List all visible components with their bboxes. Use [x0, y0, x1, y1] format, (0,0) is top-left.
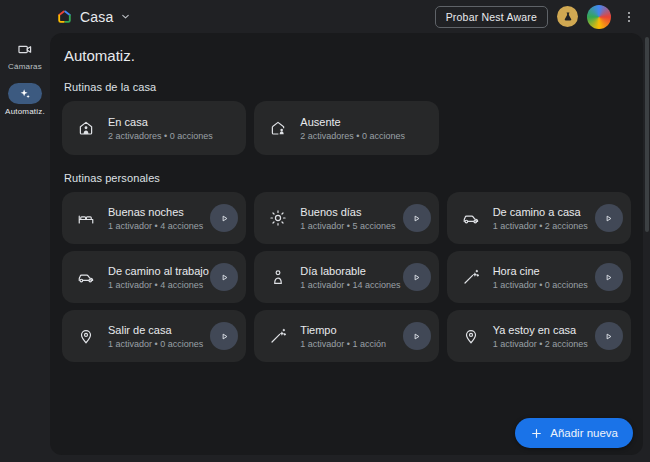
wand-icon: [268, 327, 288, 345]
page-title: Automatiz.: [64, 47, 631, 64]
person-icon: [268, 268, 288, 286]
play-routine-button[interactable]: [595, 204, 623, 232]
routine-subtitle: 1 activador • 4 acciones: [108, 280, 209, 290]
add-routine-label: Añadir nueva: [550, 427, 618, 439]
routine-subtitle: 2 activadores • 0 acciones: [108, 131, 213, 141]
nest-aware-button[interactable]: Probar Nest Aware: [435, 6, 548, 28]
routine-subtitle: 1 activador • 2 acciones: [493, 339, 588, 349]
vertical-scrollbar-thumb[interactable]: [645, 37, 649, 232]
routine-title: Hora cine: [493, 265, 588, 277]
sidebar-item-cameras[interactable]: Cámaras: [0, 39, 50, 71]
routine-title: Buenos días: [300, 206, 395, 218]
sidebar-item-label: Cámaras: [0, 62, 50, 71]
routine-subtitle: 1 activador • 1 acción: [300, 339, 386, 349]
sidebar-item-label: Automatiz.: [0, 107, 50, 116]
sidebar-item-automations[interactable]: Automatiz.: [0, 83, 50, 116]
home-name: Casa: [80, 9, 113, 25]
google-home-app: Casa Probar Nest Aware: [0, 0, 650, 462]
pin-icon: [461, 327, 481, 345]
chevron-down-icon: [120, 11, 131, 22]
pin-icon: [76, 327, 96, 345]
main-panel: Automatiz. Rutinas de la casa En casa 2 …: [50, 33, 643, 455]
household-routines-grid: En casa 2 activadores • 0 acciones Ausen…: [62, 101, 631, 155]
routine-card-camino-casa[interactable]: De camino a casa 1 activador • 2 accione…: [447, 192, 631, 244]
active-pill: [8, 83, 42, 104]
routine-title: Salir de casa: [108, 324, 203, 336]
routine-card-hora-cine[interactable]: Hora cine 1 activador • 0 acciones: [447, 251, 631, 303]
routine-title: Día laborable: [300, 265, 400, 277]
personal-routines-grid: Buenas noches 1 activador • 4 acciones B…: [62, 192, 631, 362]
play-routine-button[interactable]: [210, 204, 238, 232]
play-routine-button[interactable]: [403, 204, 431, 232]
routine-subtitle: 1 activador • 5 acciones: [300, 221, 395, 231]
preview-flask-icon[interactable]: [557, 6, 578, 27]
play-routine-button[interactable]: [595, 322, 623, 350]
play-routine-button[interactable]: [210, 263, 238, 291]
play-routine-button[interactable]: [403, 263, 431, 291]
sparkles-icon: [18, 87, 32, 101]
top-bar: Casa Probar Nest Aware: [0, 0, 650, 33]
routine-card-ausente[interactable]: Ausente 2 activadores • 0 acciones: [254, 101, 438, 155]
routine-card-ya-estoy-en-casa[interactable]: Ya estoy en casa 1 activador • 2 accione…: [447, 310, 631, 362]
play-routine-button[interactable]: [210, 322, 238, 350]
car-icon: [76, 268, 96, 286]
routine-subtitle: 1 activador • 0 acciones: [108, 339, 203, 349]
sidebar: Cámaras Automatiz.: [0, 33, 50, 462]
plus-icon: [530, 427, 543, 440]
routine-title: Buenas noches: [108, 206, 203, 218]
topbar-actions: Probar Nest Aware: [435, 5, 638, 29]
add-routine-button[interactable]: Añadir nueva: [515, 418, 633, 448]
routine-card-salir-casa[interactable]: Salir de casa 1 activador • 0 acciones: [62, 310, 246, 362]
section-label-household: Rutinas de la casa: [64, 81, 631, 93]
sun-icon: [268, 209, 288, 227]
routine-card-dia-laborable[interactable]: Día laborable 1 activador • 14 acciones: [254, 251, 438, 303]
routine-card-en-casa[interactable]: En casa 2 activadores • 0 acciones: [62, 101, 246, 155]
routine-title: Tiempo: [300, 324, 386, 336]
section-label-personal: Rutinas personales: [64, 172, 631, 184]
routine-title: En casa: [108, 116, 213, 128]
routine-subtitle: 2 activadores • 0 acciones: [300, 131, 405, 141]
routine-subtitle: 1 activador • 2 acciones: [493, 221, 588, 231]
routine-subtitle: 1 activador • 4 acciones: [108, 221, 203, 231]
routine-subtitle: 1 activador • 14 acciones: [300, 280, 400, 290]
home-person-icon: [76, 119, 96, 137]
routine-card-tiempo[interactable]: Tiempo 1 activador • 1 acción: [254, 310, 438, 362]
play-routine-button[interactable]: [595, 263, 623, 291]
home-switcher[interactable]: Casa: [56, 8, 131, 25]
car-icon: [461, 209, 481, 227]
videocam-icon: [0, 39, 50, 59]
routine-title: De camino al trabajo: [108, 265, 209, 277]
wand-icon: [461, 268, 481, 286]
routine-card-camino-trabajo[interactable]: De camino al trabajo 1 activador • 4 acc…: [62, 251, 246, 303]
routine-title: De camino a casa: [493, 206, 588, 218]
routine-card-buenos-dias[interactable]: Buenos días 1 activador • 5 acciones: [254, 192, 438, 244]
routine-subtitle: 1 activador • 0 acciones: [493, 280, 588, 290]
account-avatar[interactable]: [587, 5, 611, 29]
overflow-menu-icon[interactable]: [620, 8, 638, 26]
routine-card-buenas-noches[interactable]: Buenas noches 1 activador • 4 acciones: [62, 192, 246, 244]
routine-title: Ausente: [300, 116, 405, 128]
play-routine-button[interactable]: [403, 322, 431, 350]
home-away-icon: [268, 119, 288, 137]
bed-icon: [76, 209, 96, 227]
routine-title: Ya estoy en casa: [493, 324, 588, 336]
google-home-logo-icon: [56, 8, 73, 25]
